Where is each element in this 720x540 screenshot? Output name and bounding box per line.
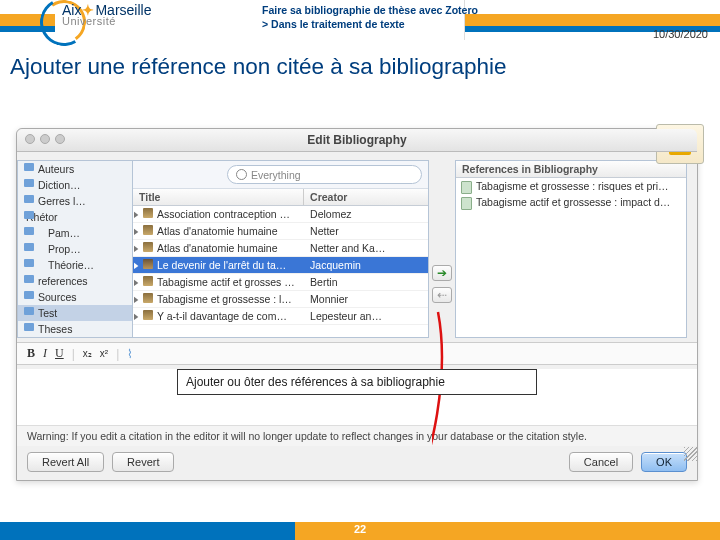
column-creator[interactable]: Creator bbox=[304, 189, 428, 205]
page-number: 22 bbox=[354, 523, 366, 535]
warning-text: Warning: If you edit a citation in the e… bbox=[17, 425, 697, 446]
folder-item[interactable]: Diction… bbox=[18, 177, 132, 193]
resize-grip-icon[interactable] bbox=[684, 447, 698, 461]
table-row[interactable]: ▶Tabagisme et grossesse : l…Monnier bbox=[133, 291, 428, 308]
library-tree[interactable]: Auteurs Diction… Gerres l… ▼Rhétor Pam… … bbox=[17, 160, 133, 338]
transfer-controls: ➔ ⇠ bbox=[429, 160, 455, 338]
subscript-button[interactable]: x₂ bbox=[83, 348, 92, 359]
folder-item[interactable]: Auteurs bbox=[18, 161, 132, 177]
bib-ref-item[interactable]: Tabagisme et grossesse : risques et pri… bbox=[456, 178, 686, 194]
table-row[interactable]: ▶Association contraception …Delomez bbox=[133, 206, 428, 223]
folder-item[interactable]: Sources bbox=[18, 289, 132, 305]
breadcrumb-line2: Dans le traitement de texte bbox=[262, 18, 478, 32]
annotation-text: Ajouter ou ôter des références à sa bibl… bbox=[186, 375, 445, 389]
column-title[interactable]: Title bbox=[133, 189, 304, 205]
add-reference-button[interactable]: ➔ bbox=[432, 265, 452, 281]
italic-button[interactable]: I bbox=[43, 346, 47, 361]
footer-blue bbox=[0, 522, 295, 540]
separator: | bbox=[72, 347, 75, 361]
separator: | bbox=[116, 347, 119, 361]
breadcrumb-line1: Faire sa bibliographie de thèse avec Zot… bbox=[262, 4, 478, 18]
items-header: Title Creator bbox=[133, 189, 428, 206]
slide-title: Ajouter une référence non citée à sa bib… bbox=[0, 40, 720, 88]
table-row[interactable]: ▶Atlas d'anatomie humaineNetter bbox=[133, 223, 428, 240]
university-logo: Aix✦Marseille Université bbox=[62, 2, 151, 27]
dialog-titlebar: Edit Bibliography bbox=[17, 129, 697, 152]
format-toolbar: B I U | x₂ x² | ⌇ bbox=[17, 342, 697, 365]
remove-reference-button[interactable]: ⇠ bbox=[432, 287, 452, 303]
folder-item[interactable]: Pam… bbox=[18, 225, 132, 241]
revert-button[interactable]: Revert bbox=[112, 452, 174, 472]
folder-item[interactable]: Gerres l… bbox=[18, 193, 132, 209]
editor-area[interactable]: Ajouter ou ôter des références à sa bibl… bbox=[17, 369, 697, 425]
table-row[interactable]: ▶Atlas d'anatomie humaineNetter and Ka… bbox=[133, 240, 428, 257]
bibliography-refs-pane: References in Bibliography Tabagisme et … bbox=[455, 160, 687, 338]
edit-bibliography-dialog: Edit Bibliography Auteurs Diction… Gerre… bbox=[16, 128, 698, 481]
folder-item[interactable]: Theses bbox=[18, 321, 132, 337]
items-pane: Everything Title Creator ▶Association co… bbox=[133, 160, 429, 338]
dialog-button-row: Revert All Revert Cancel OK bbox=[17, 446, 697, 480]
ok-button[interactable]: OK bbox=[641, 452, 687, 472]
annotation-callout: Ajouter ou ôter des références à sa bibl… bbox=[177, 369, 537, 395]
table-row[interactable]: ▶Tabagisme actif et grosses …Bertin bbox=[133, 274, 428, 291]
folder-item-expandable[interactable]: ▼Rhétor bbox=[18, 209, 132, 225]
table-row-selected[interactable]: ▶Le devenir de l'arrêt du ta…Jacquemin bbox=[133, 257, 428, 274]
slide-date: 10/30/2020 bbox=[653, 28, 708, 40]
superscript-button[interactable]: x² bbox=[100, 348, 108, 359]
folder-item-selected[interactable]: Test bbox=[18, 305, 132, 321]
breadcrumb: Faire sa bibliographie de thèse avec Zot… bbox=[262, 4, 478, 31]
search-row: Everything bbox=[133, 161, 428, 189]
bold-button[interactable]: B bbox=[27, 346, 35, 361]
table-row[interactable]: ▶Y a-t-il davantage de com…Lepesteur an… bbox=[133, 308, 428, 325]
cancel-button[interactable]: Cancel bbox=[569, 452, 633, 472]
folder-item[interactable]: Théorie… bbox=[18, 257, 132, 273]
folder-item[interactable]: references bbox=[18, 273, 132, 289]
window-controls[interactable] bbox=[25, 134, 65, 144]
bib-ref-item[interactable]: Tabagisme actif et grossesse : impact d… bbox=[456, 194, 686, 210]
search-input[interactable]: Everything bbox=[227, 165, 422, 184]
link-icon[interactable]: ⌇ bbox=[127, 347, 133, 361]
dialog-body: Auteurs Diction… Gerres l… ▼Rhétor Pam… … bbox=[17, 152, 697, 342]
refs-header: References in Bibliography bbox=[456, 161, 686, 178]
folder-item[interactable]: Prop… bbox=[18, 241, 132, 257]
content-area: Edit Bibliography Auteurs Diction… Gerre… bbox=[0, 128, 720, 481]
revert-all-button[interactable]: Revert All bbox=[27, 452, 104, 472]
slide-header: Aix✦Marseille Université Faire sa biblio… bbox=[0, 0, 720, 40]
search-placeholder: Everything bbox=[251, 169, 301, 181]
underline-button[interactable]: U bbox=[55, 346, 64, 361]
dialog-title: Edit Bibliography bbox=[307, 133, 406, 147]
slide-footer: 22 bbox=[0, 522, 720, 540]
